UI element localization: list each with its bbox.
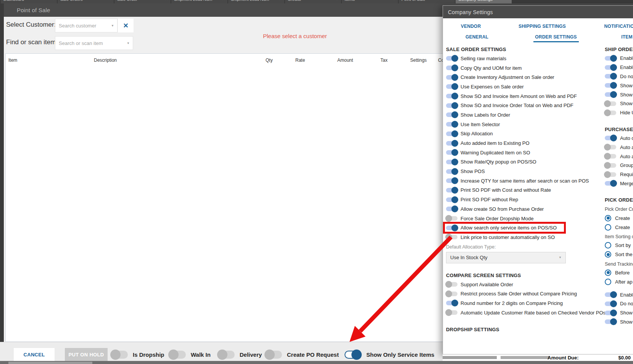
toggle-walk-in[interactable] [169, 351, 186, 359]
toggle-show-only-service-items[interactable] [345, 351, 361, 359]
toggle-knob [604, 153, 611, 160]
setting-row: Skip Allocation [446, 129, 573, 139]
app-tab-shipment-load-num[interactable]: Shipment Load Num✕ [171, 0, 227, 3]
app-tab-company-settings[interactable]: Company Settings✕ [456, 0, 512, 3]
toggle-required[interactable] [605, 172, 616, 177]
toggle-show-pic[interactable] [605, 319, 616, 324]
clear-customer-button[interactable]: ✕ [118, 19, 134, 32]
tab-general[interactable]: GENERAL [465, 34, 488, 40]
toggle-do-not-h[interactable] [605, 74, 616, 79]
toggle-group-r[interactable] [605, 163, 616, 168]
toggle-create-po-request[interactable] [265, 351, 282, 359]
toggle-delivery[interactable] [218, 351, 235, 359]
toggle-enable-f[interactable] [605, 65, 616, 70]
item-search-input[interactable] [55, 37, 133, 50]
setting-row: Show Rate/Qty popup on POS/SO [446, 157, 573, 167]
hscrollbar-thumb[interactable] [443, 356, 497, 359]
select-value: Use In Stock Qty [450, 255, 488, 260]
tab-close-icon[interactable]: ✕ [335, 0, 338, 1]
toggle-enable-c[interactable] [605, 292, 616, 297]
toggle-copy-qty-and-uom-for-item[interactable] [446, 66, 457, 70]
app-tab-sale-order[interactable]: Sale Order✕ [114, 0, 171, 3]
toggle-show-or[interactable] [605, 101, 616, 106]
setting-label: Show SO and Invoice Order Total on Web a… [461, 103, 573, 108]
spacer [605, 188, 633, 194]
toggle-use-expenses-on-sale-order[interactable] [446, 84, 457, 89]
radio-sort-the[interactable] [605, 251, 611, 258]
toggle-selling-raw-materials[interactable] [446, 56, 457, 61]
radio-create[interactable] [605, 224, 611, 231]
toggle-skip-allocation[interactable] [446, 131, 457, 136]
toggle-allow-create-so-from-purchase-order[interactable] [446, 207, 457, 211]
toggle-is-dropship[interactable] [111, 351, 128, 359]
toggle-enable-c[interactable] [605, 56, 616, 61]
item-search-field[interactable]: ▼ [55, 36, 133, 50]
toggle-automatic-update-customer-rate-based-on-checked-vendor-pos[interactable] [446, 310, 457, 315]
app-tab-shipment-load-num[interactable]: Shipment Load Num✕ [228, 0, 284, 3]
toggle-round-number-for-2-digits-on-compare-pricing[interactable] [446, 301, 457, 305]
tab-close-icon[interactable]: ✕ [506, 0, 509, 1]
spacer [605, 286, 633, 290]
tab-notifications[interactable]: NOTIFICATIONS [604, 24, 633, 29]
toggle-use-item-selector[interactable] [446, 122, 457, 127]
app-tab-credits[interactable]: Credits✕ [285, 0, 341, 3]
tab-vendor[interactable]: VENDOR [461, 24, 481, 29]
toggle-link-price-to-customer-automatically-on-so[interactable] [446, 235, 457, 239]
setting-label: Show Pic [620, 319, 633, 325]
tab-close-icon[interactable]: ✕ [279, 0, 282, 1]
setting-row: After ap [605, 277, 633, 286]
tab-close-icon[interactable]: ✕ [392, 0, 395, 1]
app-tab-sale-orders[interactable]: Sale Orders✕ [58, 0, 114, 3]
toggle-show-se[interactable] [605, 311, 616, 315]
tab-close-icon[interactable]: ✕ [165, 0, 168, 1]
cancel-button[interactable]: CANCEL [14, 348, 55, 361]
amount-due-label: Amount Due: [548, 355, 579, 361]
radio-before[interactable] [605, 269, 611, 276]
tab-close-icon[interactable]: ✕ [51, 0, 54, 1]
radio-after-ap[interactable] [605, 279, 611, 285]
app-tab-point-of-sale[interactable]: Point of Sale✕ [399, 0, 455, 3]
customer-search-field[interactable]: ▼ [55, 19, 118, 32]
toggle-allow-search-only-service-items-on-pos-so[interactable] [446, 226, 457, 230]
toggle-auto-added-item-to-existing-po[interactable] [446, 141, 457, 146]
put-on-hold-button[interactable]: PUT ON HOLD [65, 348, 108, 361]
toggle-show-sh[interactable] [605, 83, 616, 88]
toggle-print-so-pdf-with-cost-and-without-rate[interactable] [446, 188, 457, 192]
toggle-knob [610, 73, 617, 80]
tab-close-icon[interactable]: ✕ [222, 0, 225, 1]
tab-close-icon[interactable]: ✕ [449, 0, 452, 1]
toggle-increase-qty-for-same-items-after-search-or-scan-on-pos[interactable] [446, 178, 457, 183]
radio-sort-by[interactable] [605, 242, 611, 249]
toggle-create-inventory-adjustment-on-sale-order[interactable] [446, 75, 457, 80]
toggle-show-so-and-invoice-order-total-on-web-and-pdf[interactable] [446, 103, 457, 108]
hscrollbar-thumb[interactable] [501, 356, 549, 359]
app-tab-dashboard[interactable]: Dashboard✕ [1, 0, 57, 3]
toggle-show-so-and-invoice-item-amount-on-web-and-pdf[interactable] [446, 94, 457, 98]
toggle-show-pos[interactable] [446, 169, 457, 174]
tab-order-settings[interactable]: ORDER SETTINGS [535, 34, 577, 40]
toggle-knob [451, 149, 458, 156]
toggle-support-available-order[interactable] [446, 282, 457, 287]
toggle-force-sale-order-dropship-mode[interactable] [446, 216, 457, 221]
tab-close-icon[interactable]: ✕ [108, 0, 111, 1]
setting-label: Force Sale Order Dropship Mode [461, 216, 533, 221]
toggle-restrict-process-sale-order-without-compare-pricing[interactable] [446, 292, 457, 296]
customer-search-input[interactable] [55, 19, 117, 32]
default-allocation-type-select[interactable]: Use In Stock Qty▼ [446, 252, 566, 263]
toggle-show-rate-qty-popup-on-pos-so[interactable] [446, 160, 457, 164]
toggle-show-se[interactable] [605, 92, 616, 97]
setting-row: Enable C [605, 54, 633, 63]
toggle-print-so-pdf-without-rep[interactable] [446, 197, 457, 202]
tab-shipping-settings[interactable]: SHIPPING SETTINGS [519, 24, 566, 29]
tab-item[interactable]: ITEM [621, 34, 632, 40]
toggle-auto-cre[interactable] [605, 136, 616, 140]
app-tab-items[interactable]: Items✕ [342, 0, 398, 3]
toggle-do-not-h[interactable] [605, 301, 616, 306]
toggle-auto-ap[interactable] [605, 145, 616, 149]
toggle-hide-uo[interactable] [605, 111, 616, 115]
toggle-merge-it[interactable] [605, 181, 616, 186]
toggle-warning-duplicated-item-on-so[interactable] [446, 150, 457, 155]
toggle-auto-ap[interactable] [605, 154, 616, 159]
toggle-show-labels-for-order[interactable] [446, 112, 457, 117]
radio-create[interactable] [605, 215, 611, 221]
